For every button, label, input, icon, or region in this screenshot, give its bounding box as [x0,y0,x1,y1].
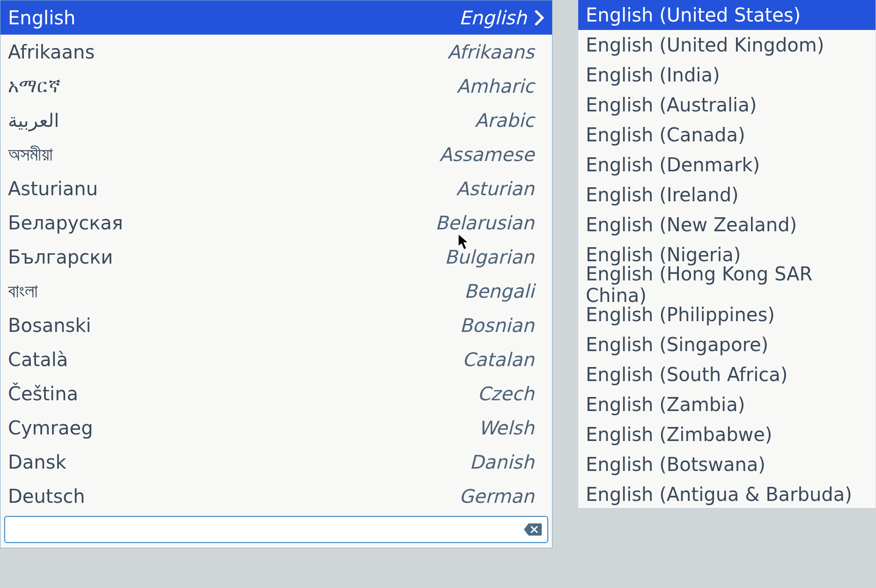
search-box[interactable] [4,516,548,543]
language-english-name: Belarusian [435,212,545,234]
language-panel: EnglishEnglishAfrikaansAfrikaansአማርኛAmha… [0,0,552,548]
language-row[interactable]: অসমীয়াAssamese [0,137,552,171]
language-row[interactable]: العربيةArabic [0,103,552,137]
locale-label: English (United Kingdom) [586,34,824,56]
language-english-name: Catalan [462,349,545,370]
locale-label: English (South Africa) [586,364,788,385]
language-english-name: German [459,485,545,507]
locale-row[interactable]: English (Ireland) [578,180,876,210]
language-english-name: Afrikaans [448,41,545,63]
language-english-name: Arabic [475,110,545,131]
locale-row[interactable]: English (India) [578,60,876,90]
language-native-name: Беларуская [8,212,123,234]
locale-row[interactable]: English (Australia) [578,90,876,120]
language-row[interactable]: БългарскиBulgarian [0,240,552,274]
language-english-name: English [459,7,527,29]
language-row[interactable]: EnglishEnglish [0,0,552,35]
language-english-name: Bengali [464,280,545,302]
locale-row[interactable]: English (Singapore) [578,330,876,360]
language-row[interactable]: BosanskiBosnian [0,308,552,342]
locale-row[interactable]: English (Zimbabwe) [578,419,876,449]
locale-label: English (Canada) [586,124,745,146]
locale-row[interactable]: English (Hong Kong SAR China) [578,270,876,300]
language-row[interactable]: বাংলাBengali [0,274,552,308]
locale-row[interactable]: English (Canada) [578,120,876,150]
language-native-name: العربية [8,110,59,131]
language-row[interactable]: CymraegWelsh [0,411,552,445]
locale-label: English (Ireland) [586,184,739,206]
locale-label: English (Nigeria) [586,244,741,265]
locale-label: English (New Zealand) [586,214,797,235]
language-native-name: বাংলা [8,280,38,302]
language-row[interactable]: አማርኛAmharic [0,69,552,103]
locale-row[interactable]: English (Denmark) [578,150,876,180]
language-row[interactable]: DanskDanish [0,445,552,479]
language-native-name: Bosanski [8,315,91,336]
language-english-name: Czech [478,383,545,404]
chevron-right-icon [534,10,545,26]
language-native-name: Dansk [8,451,66,473]
language-row[interactable]: ČeštinaCzech [0,376,552,411]
language-english-name: Bulgarian [445,246,545,268]
locale-row[interactable]: English (New Zealand) [578,210,876,240]
language-native-name: English [8,7,75,29]
locale-row[interactable]: English (United Kingdom) [578,30,876,60]
backspace-icon [523,522,542,537]
language-native-name: Deutsch [8,485,85,507]
language-row[interactable]: AfrikaansAfrikaans [0,35,552,69]
language-row[interactable]: БеларускаяBelarusian [0,206,552,240]
locale-label: English (Australia) [586,94,757,116]
locale-label: English (United States) [586,4,801,26]
language-native-name: Čeština [8,383,78,404]
locale-row[interactable]: English (Botswana) [578,449,876,479]
locale-label: English (Antigua & Barbuda) [586,484,852,505]
locale-row[interactable]: English (United States) [578,0,876,30]
locale-label: English (Philippines) [586,304,775,325]
language-row[interactable]: AsturianuAsturian [0,171,552,206]
language-english-name: Assamese [439,144,545,165]
language-native-name: Cymraeg [8,417,93,439]
locale-label: English (Botswana) [586,454,766,475]
backspace-button[interactable] [522,520,543,539]
language-native-name: Afrikaans [8,41,95,63]
language-english-name: Asturian [456,178,545,199]
locale-label: English (Zambia) [586,394,745,415]
locale-label: English (Singapore) [586,334,768,355]
search-wrap [0,513,552,548]
language-native-name: Български [8,246,113,268]
locale-row[interactable]: English (Antigua & Barbuda) [578,479,876,508]
language-native-name: Asturianu [8,178,98,199]
locale-row[interactable]: English (South Africa) [578,360,876,390]
language-english-name: Welsh [478,417,545,439]
locale-panel[interactable]: English (United States)English (United K… [578,0,876,508]
language-english-name: Amharic [456,75,545,97]
locale-label: English (India) [586,64,720,86]
language-list[interactable]: EnglishEnglishAfrikaansAfrikaansአማርኛAmha… [0,0,552,513]
language-row[interactable]: CatalàCatalan [0,342,552,376]
locale-label: English (Denmark) [586,154,760,176]
search-input[interactable] [10,521,522,539]
locale-row[interactable]: English (Zambia) [578,390,876,419]
locale-label: English (Zimbabwe) [586,424,772,445]
language-native-name: አማርኛ [8,75,61,97]
locale-label: English (Hong Kong SAR China) [586,263,868,306]
language-native-name: Català [8,349,68,370]
language-native-name: অসমীয়া [8,143,53,165]
language-english-name: Danish [470,451,545,473]
language-english-name: Bosnian [460,315,545,336]
language-row[interactable]: DeutschGerman [0,479,552,513]
